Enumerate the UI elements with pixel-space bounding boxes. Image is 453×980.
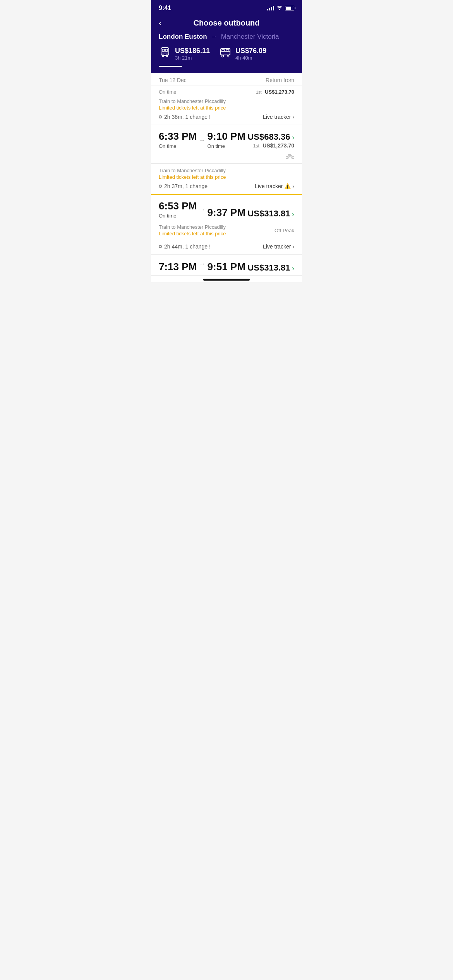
limited-tickets-3: Limited tickets left at this price [159,231,226,236]
journey-info-row-2: 2h 37m, 1 change Live tracker ⚠️ › [151,180,302,195]
svg-rect-1 [162,49,165,51]
duration-text-3: 2h 44m, 1 change ! [164,243,211,250]
return-price-class-1: 1st [256,90,262,94]
limited-tickets-2: Limited tickets left at this price [159,174,294,180]
limited-tickets-1: Limited tickets left at this price [159,105,294,111]
arrival-block-1: 9:10 PM On time [208,130,245,149]
status-icons [267,5,294,11]
price-1st-label-1: 1st [253,143,259,149]
journey-info-row-1: 2h 38m, 1 change ! Live tracker › [151,111,302,125]
price-value-1: US$683.36 [247,132,290,142]
arrival-status-1: On time [208,143,245,149]
return-price-1: 1st US$1,273.70 [256,88,294,95]
bus-icon [219,46,232,61]
train-desc-row-1: Train to Manchester Piccadilly Limited t… [151,95,302,111]
signal-icon [267,6,274,10]
times-row-2: 6:53 PM On time → 9:37 PM US$313.81 › [151,195,302,221]
off-peak-row: Train to Manchester Piccadilly Limited t… [151,221,302,240]
train-desc-row-2: Train to Manchester Piccadilly Limited t… [151,164,302,180]
times-row-partial: 7:13 PM → 9:51 PM US$313.81 › [151,255,302,275]
journey-dot-icon-2 [159,185,162,188]
train-duration: 3h 21m [175,55,210,61]
live-tracker-label-2: Live tracker [255,183,283,189]
times-row-1: 6:33 PM On time → 9:10 PM On time US$683… [151,125,302,151]
bike-icon-row-1 [151,151,302,163]
price-chevron-1: › [292,134,294,141]
live-tracker-btn-3[interactable]: Live tracker › [263,243,294,250]
live-tracker-btn-2[interactable]: Live tracker ⚠️ › [255,183,294,189]
train-icon [159,46,171,61]
route-arrow: → [211,33,217,40]
ticket-card-partial[interactable]: 7:13 PM → 9:51 PM US$313.81 › [151,255,302,276]
departure-block-1: 6:33 PM On time [159,130,197,149]
ticket-card-2[interactable]: Train to Manchester Piccadilly Limited t… [151,164,302,255]
bus-info: US$76.09 4h 40m [235,47,266,61]
departure-block-partial: 7:13 PM [159,261,197,273]
arrow-icon-2: → [199,206,205,219]
transport-options: US$186.11 3h 21m US$76.09 4h 40m [159,46,294,61]
date-bar: Tue 12 Dec Return from [151,73,302,86]
arrival-block-partial: 9:51 PM [208,261,245,273]
price-block-1: US$683.36 › 1st US$1,273.70 [247,132,294,149]
svg-point-12 [222,55,224,57]
home-indicator [203,279,250,281]
on-time-badge-1: On time [159,89,177,95]
arrival-time-1: 9:10 PM [208,130,245,142]
back-button[interactable]: ‹ [159,18,161,28]
departure-status-1: On time [159,143,197,149]
route-destination: Manchester Victoria [221,33,279,41]
ticket-card-1[interactable]: On time 1st US$1,273.70 Train to Manches… [151,86,302,164]
departure-time-1: 6:33 PM [159,130,197,142]
return-price-amount-1: US$1,273.70 [265,89,294,95]
arrow-icon-1: → [199,137,205,149]
train-desc-2: Train to Manchester Piccadilly [159,168,294,173]
arrow-icon-partial: → [199,260,205,273]
date-label: Tue 12 Dec [159,77,187,83]
live-tracker-label-1: Live tracker [263,114,291,120]
page-title: Choose outbound [193,19,259,27]
chevron-right-icon-3: › [292,243,294,250]
bus-option[interactable]: US$76.09 4h 40m [219,46,266,61]
journey-dot-icon-1 [159,115,162,118]
header: ‹ Choose outbound London Euston → Manche… [151,15,302,73]
arrival-block-2: 9:37 PM [208,207,245,219]
svg-rect-10 [222,50,225,51]
price-value-2: US$313.81 [247,209,290,218]
wifi-icon [276,5,283,11]
journey-dot-icon-3 [159,245,162,248]
on-time-row-1: On time 1st US$1,273.70 [151,86,302,95]
arrival-time-2: 9:37 PM [208,207,245,219]
train-option[interactable]: US$186.11 3h 21m [159,46,210,61]
svg-point-16 [286,156,288,158]
train-desc-1: Train to Manchester Piccadilly [159,98,294,104]
bus-duration: 4h 40m [235,55,266,61]
departure-time-2: 6:53 PM [159,200,197,212]
duration-text-2: 2h 37m, 1 change [164,183,208,189]
live-tracker-label-3: Live tracker [263,243,291,250]
price-block-partial: US$313.81 › [247,263,294,273]
chevron-right-icon-2: › [292,183,294,189]
price-1st-amount-1: US$1,273.70 [263,142,294,149]
header-nav: ‹ Choose outbound [159,19,294,27]
departure-status-2: On time [159,213,197,219]
train-price: US$186.11 [175,47,210,55]
price-chevron-2: › [292,210,294,218]
battery-icon [285,6,294,10]
train-desc-3: Train to Manchester Piccadilly [159,224,226,230]
svg-point-13 [227,55,229,57]
train-info: US$186.11 3h 21m [175,47,210,61]
bus-price: US$76.09 [235,47,266,55]
price-chevron-partial: › [292,264,294,272]
svg-rect-2 [165,49,168,51]
price-block-2: US$313.81 › [247,209,294,219]
off-peak-label: Off-Peak [275,228,294,233]
journey-duration-2: 2h 37m, 1 change [159,183,208,189]
journey-duration-1: 2h 38m, 1 change ! [159,114,211,120]
live-tracker-btn-1[interactable]: Live tracker › [263,114,294,120]
arrival-time-partial: 9:51 PM [208,261,245,273]
status-bar: 9:41 [151,0,302,15]
chevron-right-icon-1: › [292,114,294,120]
route-origin: London Euston [159,33,207,41]
status-time: 9:41 [159,5,171,12]
price-value-partial: US$313.81 [247,263,290,272]
